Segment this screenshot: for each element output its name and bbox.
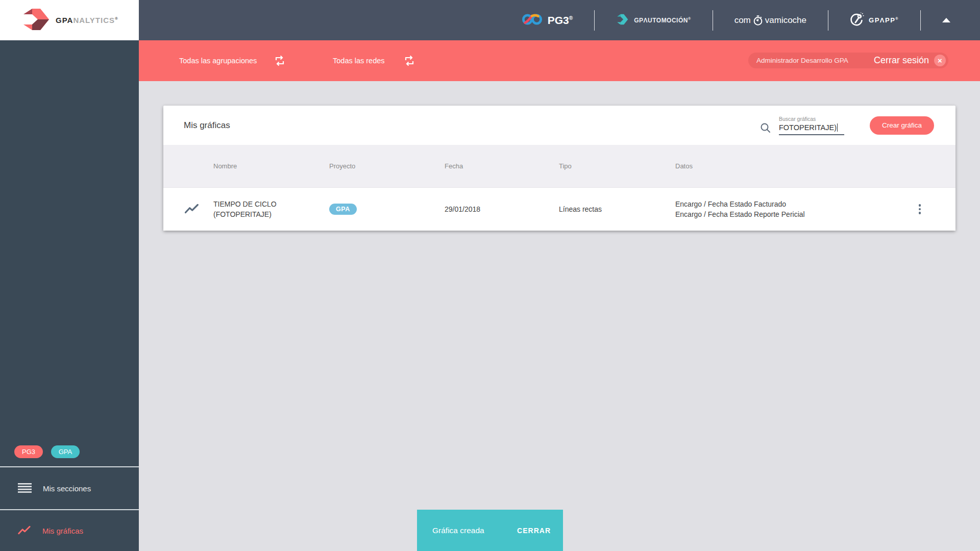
product-logo-bar: PG3® GPΛUTOMOCIÓN® com xyxy=(522,0,950,40)
logo-separator xyxy=(920,10,921,31)
sidebar-badges: PG3 GPA xyxy=(0,437,139,466)
logout-button[interactable]: Cerrar sesión xyxy=(874,55,929,66)
sections-list-icon xyxy=(18,483,32,494)
sidebar: PG3 GPA Mis secciones Mis gráfica xyxy=(0,40,139,551)
search-field-label: Buscar gráficas xyxy=(779,116,844,122)
stopwatch-icon xyxy=(752,15,764,26)
brand-logo: GPANALYTICS® xyxy=(0,0,139,40)
sidebar-item-mis-graficas[interactable]: Mis gráficas xyxy=(0,510,139,551)
table-header: Nombre Proyecto Fecha Tipo Datos xyxy=(163,145,955,188)
pg3-badge: PG3 xyxy=(14,445,43,458)
sidebar-item-mis-secciones[interactable]: Mis secciones xyxy=(0,467,139,509)
table-row[interactable]: TIEMPO DE CICLO (FOTOPERITAJE) GPA 29/01… xyxy=(163,188,955,231)
swap-agrupaciones-icon[interactable] xyxy=(274,55,286,66)
column-header-datos: Datos xyxy=(675,162,904,170)
create-chart-button[interactable]: Crear gráfica xyxy=(870,116,934,135)
pg3-infinity-icon xyxy=(522,13,543,28)
user-name-label: Administrador Desarrollo GPA xyxy=(756,57,874,64)
row-name: TIEMPO DE CICLO (FOTOPERITAJE) xyxy=(213,199,310,220)
line-chart-icon xyxy=(18,525,31,536)
search-field[interactable]: Buscar gráficas FOTOPERITAJE) xyxy=(779,116,844,135)
row-project-cell: GPA xyxy=(329,204,445,215)
gpautomocion-arrow-icon xyxy=(616,13,629,28)
snackbar-message: Gráfica creada xyxy=(432,526,484,535)
sidebar-item-label: Mis gráficas xyxy=(42,527,83,535)
gpa-analytics-arrow-icon xyxy=(23,8,49,33)
pg3-label: PG3® xyxy=(548,14,573,27)
redes-filter[interactable]: Todas las redes xyxy=(333,40,385,81)
comprovamicoche-logo[interactable]: com vamicoche xyxy=(734,15,806,26)
filter-bar: Todas las agrupaciones Todas las redes A… xyxy=(139,40,980,81)
column-header-nombre: Nombre xyxy=(213,162,329,170)
comprova-pre-label: com xyxy=(734,15,751,26)
project-badge: GPA xyxy=(329,204,357,215)
snackbar: Gráfica creada CERRAR xyxy=(417,510,563,551)
gpautomocion-label: GPΛUTOMOCIÓN® xyxy=(634,17,691,24)
row-line-chart-icon xyxy=(185,204,213,215)
gpa-badge: GPA xyxy=(51,445,80,458)
gpapp-label: GPΛPP® xyxy=(869,16,899,24)
logo-separator xyxy=(713,10,713,31)
graficas-card: Mis gráficas Buscar gráficas FOTOPERITAJ… xyxy=(163,106,955,231)
brand-text: GPANALYTICS® xyxy=(56,16,118,24)
sidebar-bottom: PG3 GPA Mis secciones Mis gráfica xyxy=(0,437,139,551)
gpapp-wrench-icon xyxy=(850,12,864,29)
app-header: GPANALYTICS® PG3® GP xyxy=(0,0,980,40)
page-title: Mis gráficas xyxy=(184,120,230,131)
main-content: Mis gráficas Buscar gráficas FOTOPERITAJ… xyxy=(139,81,980,551)
search-icon[interactable] xyxy=(760,122,772,136)
logo-separator xyxy=(594,10,595,31)
sidebar-item-label: Mis secciones xyxy=(43,484,91,493)
gpapp-logo[interactable]: GPΛPP® xyxy=(850,12,899,29)
row-type: Líneas rectas xyxy=(559,205,675,213)
row-menu-kebab-icon[interactable] xyxy=(917,202,923,216)
collapse-header-caret-icon[interactable] xyxy=(942,18,950,22)
logo-separator xyxy=(828,10,828,31)
search-input[interactable]: FOTOPERITAJE) xyxy=(779,123,844,135)
snackbar-close-button[interactable]: CERRAR xyxy=(514,526,554,535)
close-session-icon[interactable]: × xyxy=(934,55,946,66)
agrupaciones-filter[interactable]: Todas las agrupaciones xyxy=(179,40,257,81)
user-session-pill[interactable]: Administrador Desarrollo GPA Cerrar sesi… xyxy=(748,53,948,68)
card-header-actions: Buscar gráficas FOTOPERITAJE) Crear gráf… xyxy=(760,115,934,136)
column-header-fecha: Fecha xyxy=(445,162,559,170)
column-header-tipo: Tipo xyxy=(559,162,675,170)
comprova-post-label: vamicoche xyxy=(765,15,806,26)
card-header: Mis gráficas Buscar gráficas FOTOPERITAJ… xyxy=(163,106,955,145)
row-date: 29/01/2018 xyxy=(445,205,559,213)
row-data-series: Encargo / Fecha Estado Facturado Encargo… xyxy=(675,199,904,220)
gpautomocion-logo[interactable]: GPΛUTOMOCIÓN® xyxy=(616,13,691,28)
pg3-logo[interactable]: PG3® xyxy=(522,13,573,28)
swap-redes-icon[interactable] xyxy=(403,55,415,66)
column-header-proyecto: Proyecto xyxy=(329,162,445,170)
